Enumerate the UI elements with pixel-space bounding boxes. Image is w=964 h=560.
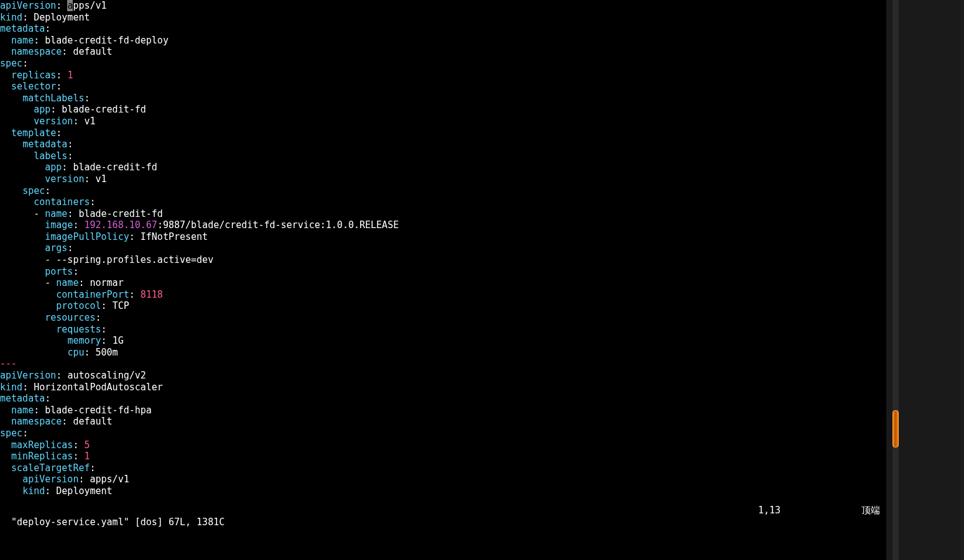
yaml-number: 5 [84, 439, 90, 451]
yaml-key: spec [0, 58, 22, 69]
yaml-key: cpu [67, 347, 84, 358]
yaml-text: Deployment [56, 485, 112, 497]
yaml-text: : [22, 382, 34, 393]
yaml-text: pps/v1 [73, 0, 106, 11]
code-line[interactable]: imagePullPolicy: IfNotPresent [0, 231, 886, 243]
code-line[interactable]: selector: [0, 81, 886, 93]
code-line[interactable]: kind: HorizontalPodAutoscaler [0, 382, 886, 393]
code-line[interactable]: matchLabels: [0, 93, 886, 104]
code-line[interactable]: name: blade-credit-fd-deploy [0, 35, 886, 47]
yaml-text: : [101, 335, 113, 346]
code-line[interactable]: name: blade-credit-fd-hpa [0, 405, 886, 416]
yaml-text: : [73, 451, 84, 462]
yaml-key: minReplicas [11, 451, 73, 462]
yaml-key: name [45, 208, 67, 219]
code-line[interactable]: metadata: [0, 139, 886, 150]
yaml-text: : [34, 35, 45, 46]
yaml-text: : [34, 405, 45, 416]
yaml-text: : [101, 324, 107, 335]
code-line[interactable]: apiVersion: autoscaling/v2 [0, 370, 886, 382]
code-line[interactable]: apiVersion: apps/v1 [0, 474, 886, 485]
status-cursor-position: 1,13 [758, 505, 781, 516]
code-line[interactable]: version: v1 [0, 173, 886, 185]
yaml-text: : [45, 23, 50, 34]
code-line[interactable]: namespace: default [0, 416, 886, 428]
code-line[interactable]: containers: [0, 196, 886, 208]
code-line[interactable]: minReplicas: 1 [0, 451, 886, 462]
yaml-key: imagePullPolicy [45, 231, 129, 242]
code-line[interactable]: app: blade-credit-fd [0, 104, 886, 116]
yaml-key: spec [0, 428, 22, 439]
yaml-text: : [73, 219, 84, 231]
yaml-key: selector [11, 81, 56, 92]
code-line[interactable]: metadata: [0, 23, 886, 35]
yaml-key: metadata [0, 393, 45, 404]
yaml-key: kind [22, 485, 45, 497]
yaml-text: : [62, 46, 73, 57]
code-line[interactable]: scaleTargetRef: [0, 462, 886, 474]
yaml-key: resources [45, 312, 95, 323]
yaml-text: : [56, 127, 62, 139]
yaml-text: : [22, 58, 28, 69]
code-line[interactable]: spec: [0, 58, 886, 70]
code-line[interactable]: containerPort: 8118 [0, 289, 886, 301]
yaml-text: blade-credit-fd [62, 104, 146, 115]
code-line[interactable]: - name: blade-credit-fd [0, 208, 886, 220]
yaml-text: blade-credit-fd [78, 208, 162, 219]
code-line[interactable]: apiVersion: apps/v1 [0, 0, 886, 12]
yaml-text: : [67, 139, 73, 150]
code-line[interactable]: version: v1 [0, 116, 886, 127]
code-line[interactable]: replicas: 1 [0, 70, 886, 81]
code-line[interactable]: metadata: [0, 393, 886, 405]
code-line[interactable]: app: blade-credit-fd [0, 162, 886, 173]
yaml-text: : [90, 196, 96, 208]
yaml-text: blade-credit-fd [73, 162, 157, 173]
yaml-key: memory [67, 335, 101, 346]
yaml-text: : [22, 428, 28, 439]
editor-viewport[interactable]: apiVersion: apps/v1kind: Deploymentmetad… [0, 0, 886, 560]
code-line[interactable]: cpu: 500m [0, 347, 886, 359]
yaml-text: : [84, 93, 90, 104]
yaml-key: metadata [22, 139, 67, 150]
scrollbar-track[interactable] [892, 0, 899, 560]
yaml-text: : [56, 0, 67, 11]
code-line[interactable]: maxReplicas: 5 [0, 439, 886, 451]
vim-status-bar: "deploy-service.yaml" [dos] 67L, 1381C 1… [0, 505, 886, 516]
yaml-text: 500m [96, 347, 118, 358]
yaml-key: matchLabels [22, 93, 84, 104]
code-line[interactable]: resources: [0, 312, 886, 324]
yaml-text: : [129, 231, 141, 242]
scrollbar-thumb[interactable] [892, 410, 899, 448]
yaml-key: kind [0, 12, 22, 23]
code-line[interactable]: args: [0, 242, 886, 254]
yaml-key: args [45, 242, 67, 254]
code-line[interactable]: kind: Deployment [0, 485, 886, 497]
code-line[interactable]: spec: [0, 185, 886, 197]
code-line[interactable]: ports: [0, 266, 886, 278]
code-line[interactable]: - --spring.profiles.active=dev [0, 254, 886, 266]
yaml-text: : [90, 462, 96, 474]
yaml-text: blade-credit-fd-deploy [45, 35, 169, 46]
code-line[interactable]: labels: [0, 150, 886, 162]
status-scroll-position: 顶端 [861, 505, 880, 516]
code-line[interactable]: spec: [0, 428, 886, 439]
code-line[interactable]: - name: normar [0, 277, 886, 289]
yaml-text: HorizontalPodAutoscaler [34, 382, 163, 393]
yaml-text: v1 [84, 116, 95, 127]
yaml-text: : [101, 300, 113, 311]
yaml-key: kind [0, 382, 22, 393]
code-line[interactable]: requests: [0, 324, 886, 336]
yaml-text: : [56, 81, 62, 92]
yaml-key: metadata [0, 23, 45, 34]
code-line[interactable]: template: [0, 127, 886, 139]
code-line[interactable]: --- [0, 358, 886, 370]
yaml-number: --- [0, 358, 17, 369]
code-line[interactable]: protocol: TCP [0, 300, 886, 312]
yaml-key: app [34, 104, 50, 115]
code-line[interactable]: namespace: default [0, 46, 886, 58]
code-line[interactable]: kind: Deployment [0, 12, 886, 24]
yaml-text: 1G [113, 335, 124, 346]
code-line[interactable]: image: 192.168.10.67:9887/blade/credit-f… [0, 219, 886, 231]
code-line[interactable]: memory: 1G [0, 335, 886, 347]
yaml-text: : [78, 474, 90, 485]
